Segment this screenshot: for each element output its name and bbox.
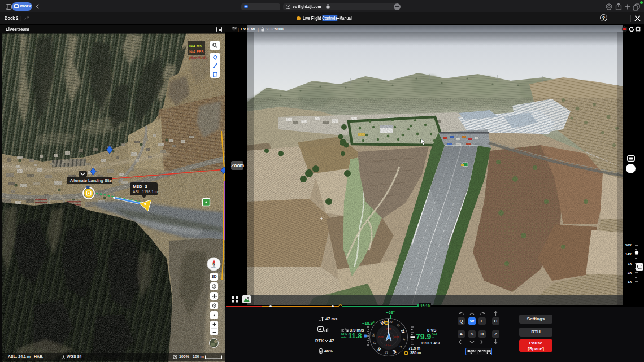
svg-text:Alternate Landing Site: Alternate Landing Site (70, 178, 112, 183)
svg-text:OFF: OFF (378, 336, 383, 339)
svg-text:12: 12 (385, 351, 389, 355)
svg-text:M3D–3: M3D–3 (133, 184, 147, 189)
svg-text:N: N (212, 262, 215, 265)
svg-text:30: 30 (389, 320, 393, 324)
svg-text:ASL: 1193.1 m: ASL: 1193.1 m (133, 190, 158, 194)
svg-text:24: 24 (371, 333, 375, 337)
svg-text:OFF: OFF (386, 344, 391, 347)
svg-text:000°: 000° (211, 266, 216, 269)
svg-text:OFF: OFF (394, 336, 399, 339)
